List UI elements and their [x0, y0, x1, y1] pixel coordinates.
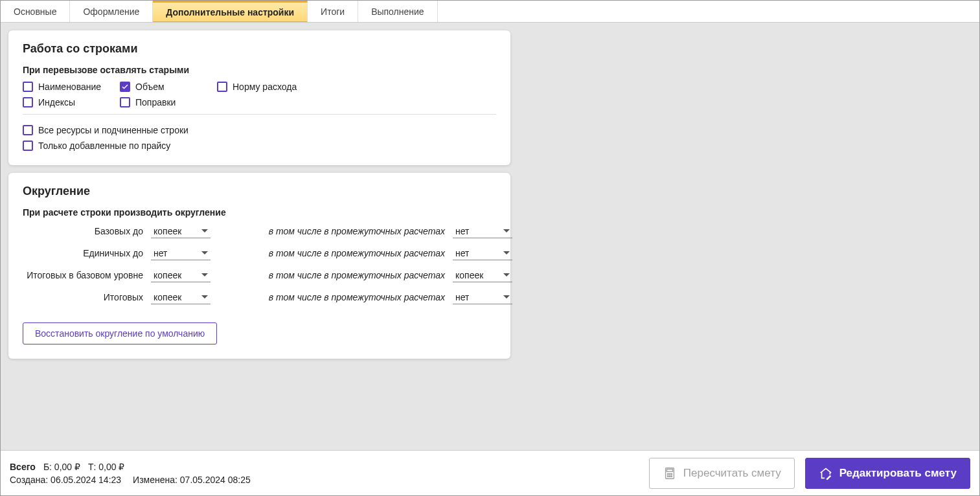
content-area: Работа со строками При перевызове оставл…	[1, 23, 979, 450]
row-label: Базовых до	[23, 226, 146, 236]
tab-additional-settings[interactable]: Дополнительные настройки	[153, 1, 308, 22]
select-unit-inter[interactable]: нет	[453, 246, 512, 260]
check-norm[interactable]: Норму расхода	[217, 82, 496, 92]
select-value: нет	[455, 248, 469, 258]
select-total[interactable]: копеек	[151, 290, 211, 304]
tab-bar: Основные Оформление Дополнительные настр…	[1, 1, 979, 23]
check-indexes[interactable]: Индексы	[23, 97, 120, 107]
tab-label: Выполнение	[371, 6, 424, 17]
svg-rect-1	[667, 469, 672, 471]
tab-label: Оформление	[83, 6, 139, 17]
button-label: Редактировать смету	[839, 467, 957, 480]
panel-subtitle: При перевызове оставлять старыми	[23, 65, 496, 75]
intermediate-label: в том числе в промежуточных расчетах	[221, 292, 448, 302]
check-label: Наименование	[38, 82, 101, 92]
select-value: копеек	[154, 226, 181, 236]
check-label: Поправки	[135, 97, 176, 107]
check-volume[interactable]: Объем	[120, 82, 217, 92]
row-label: Итоговых в базовом уровне	[23, 270, 146, 280]
total-label: Всего	[10, 462, 36, 472]
calculator-icon	[663, 466, 677, 480]
checkbox-icon	[23, 141, 33, 151]
check-label: Норму расхода	[233, 82, 297, 92]
created-info: Создана: 06.05.2024 14:23	[10, 475, 121, 485]
svg-point-3	[669, 473, 670, 475]
chevron-down-icon	[201, 295, 208, 299]
panel-row-work: Работа со строками При перевызове оставл…	[8, 30, 510, 165]
check-grid: Наименование Объем Норму расхода Индексы…	[23, 82, 496, 107]
checkbox-icon	[120, 82, 130, 92]
chevron-down-icon	[503, 251, 510, 254]
checkbox-icon	[23, 82, 33, 92]
svg-point-4	[671, 473, 672, 475]
checkbox-icon	[120, 97, 130, 107]
svg-point-2	[667, 473, 668, 475]
chevron-down-icon	[201, 229, 208, 232]
extra-check-list: Все ресурсы и подчиненные строки Только …	[23, 118, 496, 151]
select-value: копеек	[154, 292, 181, 302]
select-value: копеек	[154, 270, 181, 280]
row-label: Единичных до	[23, 248, 146, 258]
select-value: нет	[455, 226, 469, 236]
select-unit[interactable]: нет	[151, 246, 211, 260]
select-total-inter[interactable]: нет	[453, 290, 512, 304]
tab-design[interactable]: Оформление	[70, 1, 153, 22]
chevron-down-icon	[503, 295, 510, 299]
chevron-down-icon	[503, 273, 510, 276]
tab-totals[interactable]: Итоги	[308, 1, 358, 22]
divider	[23, 114, 496, 115]
checkbox-icon	[23, 97, 33, 107]
check-label: Индексы	[38, 97, 75, 107]
row-label: Итоговых	[23, 292, 146, 302]
checkbox-icon	[217, 82, 227, 92]
intermediate-label: в том числе в промежуточных расчетах	[221, 226, 448, 236]
button-label: Пересчитать смету	[683, 467, 781, 480]
check-only-price[interactable]: Только добавленные по прайсу	[23, 141, 496, 151]
svg-point-6	[669, 475, 670, 477]
svg-point-7	[671, 475, 672, 477]
rounding-grid: Базовых до копеек в том числе в промежут…	[23, 224, 496, 304]
panel-rounding: Округление При расчете строки производит…	[8, 173, 510, 359]
house-edit-icon	[819, 466, 833, 480]
current-total: Т: 0,00 ₽	[88, 462, 124, 472]
tab-main[interactable]: Основные	[1, 1, 70, 22]
check-all-resources[interactable]: Все ресурсы и подчиненные строки	[23, 125, 496, 135]
footer-bar: Всего Б: 0,00 ₽ Т: 0,00 ₽ Создана: 06.05…	[1, 450, 979, 495]
check-label: Только добавленные по прайсу	[38, 141, 170, 151]
select-value: копеек	[455, 270, 483, 280]
check-label: Все ресурсы и подчиненные строки	[38, 125, 188, 135]
recalculate-button[interactable]: Пересчитать смету	[649, 458, 795, 489]
svg-point-5	[667, 475, 668, 477]
select-value: нет	[154, 248, 167, 258]
select-total-base[interactable]: копеек	[151, 268, 211, 282]
tab-execution[interactable]: Выполнение	[358, 1, 437, 22]
select-value: нет	[455, 292, 469, 302]
check-corrections[interactable]: Поправки	[120, 97, 217, 107]
check-label: Объем	[135, 82, 165, 92]
panel-title: Округление	[23, 185, 496, 198]
modified-info: Изменена: 07.05.2024 08:25	[133, 475, 251, 485]
edit-estimate-button[interactable]: Редактировать смету	[805, 458, 970, 489]
panel-title: Работа со строками	[23, 42, 496, 56]
tab-label: Основные	[14, 6, 56, 17]
check-name[interactable]: Наименование	[23, 82, 120, 92]
tab-label: Итоги	[321, 6, 345, 17]
checkbox-icon	[23, 125, 33, 135]
restore-defaults-button[interactable]: Восстановить округление по умолчанию	[23, 322, 217, 344]
intermediate-label: в том числе в промежуточных расчетах	[221, 248, 448, 258]
select-total-base-inter[interactable]: копеек	[453, 268, 512, 282]
select-base-inter[interactable]: нет	[453, 224, 512, 238]
chevron-down-icon	[201, 251, 208, 254]
panel-subtitle: При расчете строки производить округлени…	[23, 207, 496, 218]
chevron-down-icon	[201, 273, 208, 276]
intermediate-label: в том числе в промежуточных расчетах	[221, 270, 448, 280]
footer-info: Всего Б: 0,00 ₽ Т: 0,00 ₽ Создана: 06.05…	[10, 462, 251, 485]
select-base[interactable]: копеек	[151, 224, 211, 238]
chevron-down-icon	[503, 229, 510, 232]
base-total: Б: 0,00 ₽	[43, 462, 80, 472]
tab-label: Дополнительные настройки	[166, 7, 294, 17]
